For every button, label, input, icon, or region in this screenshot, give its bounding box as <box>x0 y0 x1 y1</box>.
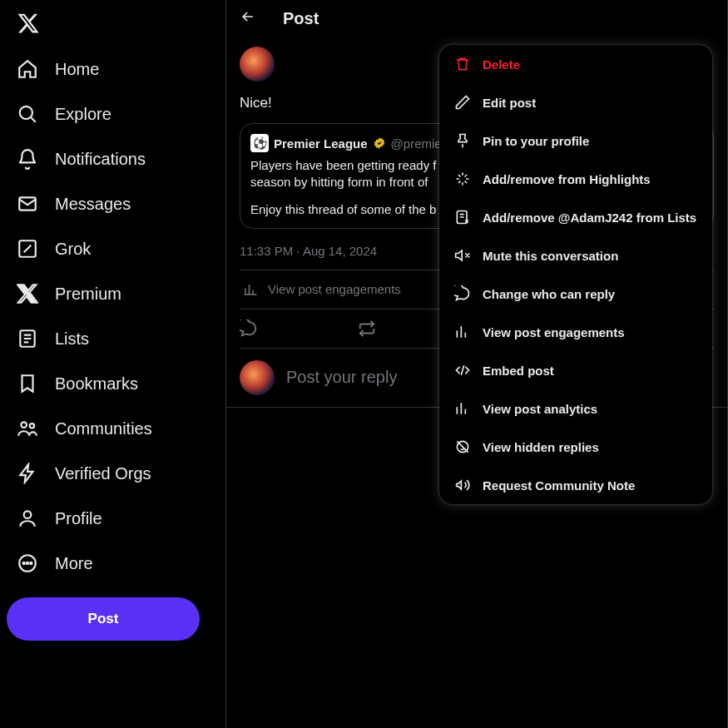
nav-verified-orgs[interactable]: Verified Orgs <box>7 453 219 494</box>
comment-icon <box>454 285 471 302</box>
svg-point-10 <box>30 562 32 564</box>
verified-badge-icon <box>373 136 386 150</box>
nav-label: Lists <box>55 329 89 349</box>
nav-messages[interactable]: Messages <box>7 183 219 225</box>
grok-icon <box>17 238 38 260</box>
sparkle-icon <box>454 171 471 187</box>
nav-more[interactable]: More <box>7 542 219 584</box>
bookmark-icon <box>17 373 38 394</box>
list-remove-icon <box>454 209 471 225</box>
post-options-menu: Delete Edit post Pin to your profile Add… <box>439 45 712 504</box>
bell-icon <box>17 148 38 170</box>
svg-point-4 <box>21 422 27 428</box>
nav-label: Grok <box>55 240 91 259</box>
menu-hidden-replies[interactable]: View hidden replies <box>439 428 712 466</box>
nav-premium[interactable]: Premium <box>7 273 219 314</box>
lightning-icon <box>17 463 38 484</box>
svg-point-8 <box>23 562 25 564</box>
page-header: Post <box>226 0 727 37</box>
menu-embed[interactable]: Embed post <box>439 351 712 389</box>
nav-label: Premium <box>55 285 121 304</box>
compose-post-button[interactable]: Post <box>7 597 200 641</box>
repost-button[interactable] <box>358 319 376 338</box>
nav-label: Bookmarks <box>55 374 138 394</box>
more-icon <box>17 552 38 574</box>
menu-lists[interactable]: Add/remove @AdamJ242 from Lists <box>439 198 712 236</box>
svg-point-9 <box>27 562 28 564</box>
trash-icon <box>454 56 471 72</box>
mute-icon <box>454 247 471 264</box>
profile-icon <box>17 508 38 529</box>
pin-icon <box>454 132 471 149</box>
author-avatar[interactable] <box>240 47 275 82</box>
pencil-icon <box>454 94 471 111</box>
lists-icon <box>17 328 38 349</box>
sidebar: Home Explore Notifications Messages Grok… <box>0 0 226 728</box>
nav-grok[interactable]: Grok <box>7 228 219 270</box>
menu-highlights[interactable]: Add/remove from Highlights <box>439 160 712 198</box>
current-user-avatar <box>240 360 275 395</box>
analytics-icon <box>243 282 258 297</box>
nav-label: Home <box>55 60 99 79</box>
svg-point-6 <box>24 511 32 518</box>
back-button[interactable] <box>240 8 256 28</box>
nav-label: Notifications <box>55 150 146 169</box>
quoted-name: Premier League <box>274 136 368 151</box>
search-icon <box>17 103 38 125</box>
mail-icon <box>17 193 38 215</box>
code-icon <box>454 362 471 379</box>
page-title: Post <box>283 9 319 28</box>
reply-input[interactable]: Post your reply <box>286 368 397 387</box>
nav-home[interactable]: Home <box>7 48 219 90</box>
hidden-icon <box>454 438 471 455</box>
nav-label: Messages <box>55 195 131 214</box>
nav-label: Explore <box>55 105 111 124</box>
menu-mute[interactable]: Mute this conversation <box>439 236 712 275</box>
menu-delete[interactable]: Delete <box>439 45 712 83</box>
nav-label: Communities <box>55 419 152 438</box>
svg-point-5 <box>30 423 34 428</box>
nav-label: More <box>55 554 93 573</box>
megaphone-icon <box>454 477 471 493</box>
nav-label: Profile <box>55 509 102 528</box>
nav-communities[interactable]: Communities <box>7 408 219 449</box>
menu-edit[interactable]: Edit post <box>439 83 712 121</box>
menu-engagements[interactable]: View post engagements <box>439 313 712 351</box>
reply-button[interactable] <box>240 319 258 338</box>
quoted-handle: @premier <box>391 136 446 151</box>
x-icon <box>17 283 38 305</box>
svg-point-0 <box>20 106 32 119</box>
nav-explore[interactable]: Explore <box>7 93 219 135</box>
nav-notifications[interactable]: Notifications <box>7 138 219 180</box>
analytics-icon <box>454 400 471 417</box>
quoted-avatar: ⚽ <box>250 134 269 152</box>
analytics-icon <box>454 324 471 340</box>
menu-community-note[interactable]: Request Community Note <box>439 466 712 504</box>
menu-pin[interactable]: Pin to your profile <box>439 121 712 160</box>
nav-label: Verified Orgs <box>55 464 151 483</box>
menu-who-reply[interactable]: Change who can reply <box>439 275 712 313</box>
nav-bookmarks[interactable]: Bookmarks <box>7 363 219 404</box>
nav-lists[interactable]: Lists <box>7 318 219 359</box>
home-icon <box>17 58 38 80</box>
nav-profile[interactable]: Profile <box>7 498 219 539</box>
menu-analytics[interactable]: View post analytics <box>439 389 712 428</box>
communities-icon <box>17 418 38 439</box>
x-logo[interactable] <box>7 5 219 45</box>
